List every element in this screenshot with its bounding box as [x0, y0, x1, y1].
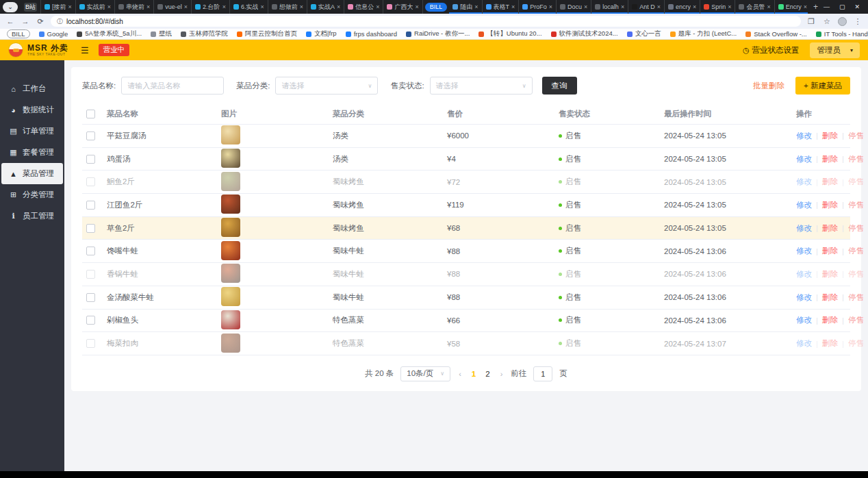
browser-tab[interactable]: 信息公 ×: [344, 0, 383, 14]
delete-link[interactable]: 删除: [822, 154, 838, 164]
row-checkbox[interactable]: [86, 270, 95, 279]
sidebar-item[interactable]: ▤ 订单管理: [0, 121, 64, 142]
tab-close-icon[interactable]: ×: [584, 3, 587, 10]
edit-link[interactable]: 修改: [796, 223, 812, 234]
browser-tab[interactable]: 实战前 ×: [76, 0, 115, 14]
stop-sale-link[interactable]: 停售: [848, 200, 864, 210]
sidebar-item[interactable]: ℹ 员工管理: [0, 205, 64, 227]
dish-name-input[interactable]: [121, 77, 224, 95]
browser-tab[interactable]: 想做前 ×: [268, 0, 307, 14]
bookmark-item[interactable]: IT Tools - Handy o...: [816, 30, 868, 38]
row-checkbox[interactable]: [86, 177, 95, 186]
bookmark-item[interactable]: Google: [39, 30, 68, 38]
dish-image[interactable]: [221, 264, 240, 283]
browser-tab[interactable]: Ant D ×: [628, 0, 665, 14]
delete-link[interactable]: 删除: [822, 315, 838, 325]
row-checkbox[interactable]: [86, 131, 95, 140]
browser-tab[interactable]: [接前 ×: [41, 0, 76, 14]
stop-sale-link[interactable]: 停售: [848, 338, 864, 349]
address-bar[interactable]: ⓘ localhost:80/#/dish: [51, 16, 801, 27]
delete-link[interactable]: 删除: [822, 177, 838, 187]
stop-sale-link[interactable]: 停售: [848, 177, 864, 187]
edit-link[interactable]: 修改: [796, 131, 812, 141]
stop-sale-link[interactable]: 停售: [848, 223, 864, 234]
admin-dropdown[interactable]: 管理员 ▾: [810, 42, 860, 58]
stop-sale-link[interactable]: 停售: [848, 292, 864, 303]
sidebar-item[interactable]: ▦ 套餐管理: [0, 142, 64, 163]
tab-close-icon[interactable]: ×: [657, 3, 661, 10]
bookmark-item[interactable]: Stack Overflow -...: [745, 30, 807, 38]
browser-tab[interactable]: localh ×: [591, 0, 628, 14]
tab-close-icon[interactable]: ×: [260, 3, 264, 10]
select-all-checkbox[interactable]: [86, 110, 95, 118]
bookmark-item[interactable]: 软件测试技术2024...: [551, 29, 618, 38]
browser-tab[interactable]: 会员管 ×: [735, 0, 774, 14]
browser-tab[interactable]: vue-el ×: [154, 0, 192, 14]
delete-link[interactable]: 删除: [822, 131, 838, 141]
bookmark-item[interactable]: BILL: [7, 29, 30, 38]
business-status-setting[interactable]: ◷ 营业状态设置: [743, 45, 800, 55]
install-app-icon[interactable]: ❐: [806, 17, 816, 26]
bookmark-item[interactable]: 【转】Ubuntu 20...: [478, 29, 541, 38]
tab-close-icon[interactable]: ×: [804, 3, 807, 10]
tab-close-icon[interactable]: ×: [337, 3, 340, 10]
sidebar-item[interactable]: ⊞ 分类管理: [0, 184, 64, 205]
dish-image[interactable]: [221, 172, 240, 191]
edit-link[interactable]: 修改: [796, 315, 812, 325]
browser-tab[interactable]: Docu ×: [557, 0, 591, 14]
row-checkbox[interactable]: [86, 339, 95, 348]
browser-tab[interactable]: 串烧前 ×: [115, 0, 154, 14]
profile-avatar[interactable]: [838, 17, 847, 26]
delete-link[interactable]: 删除: [822, 338, 838, 349]
bookmark-item[interactable]: RaiDrive - 教你一...: [406, 29, 470, 38]
delete-link[interactable]: 删除: [822, 200, 838, 210]
sidebar-collapse-icon[interactable]: ☰: [81, 45, 89, 55]
browser-tab[interactable]: Sprin ×: [700, 0, 735, 14]
edit-link[interactable]: 修改: [796, 292, 812, 303]
browser-tab[interactable]: ProFo ×: [519, 0, 557, 14]
new-tab-button[interactable]: +: [808, 2, 824, 12]
search-button[interactable]: 查询: [542, 77, 577, 95]
tab-close-icon[interactable]: ×: [68, 3, 72, 10]
stop-sale-link[interactable]: 停售: [848, 269, 864, 279]
tab-close-icon[interactable]: ×: [474, 3, 478, 10]
edit-link[interactable]: 修改: [796, 269, 812, 279]
browser-tab[interactable]: 实战A ×: [307, 0, 344, 14]
stop-sale-link[interactable]: 停售: [848, 246, 864, 256]
sidebar-item[interactable]: ▲ 菜品管理: [1, 163, 63, 184]
row-checkbox[interactable]: [86, 155, 95, 164]
delete-link[interactable]: 删除: [822, 223, 838, 234]
browser-tab[interactable]: 表格T ×: [483, 0, 520, 14]
sale-status-select[interactable]: 请选择 ∨: [430, 77, 533, 95]
row-checkbox[interactable]: [86, 201, 95, 210]
browser-tab[interactable]: encry ×: [665, 0, 700, 14]
edit-link[interactable]: 修改: [796, 200, 812, 210]
tab-close-icon[interactable]: ×: [146, 3, 150, 10]
dish-image[interactable]: [221, 125, 240, 144]
page-size-select[interactable]: 10条/页 ∨: [400, 366, 450, 381]
bookmark-star-icon[interactable]: ☆: [822, 17, 832, 26]
bookmark-item[interactable]: 5A登录系统_5a川...: [77, 29, 142, 38]
tab-close-icon[interactable]: ×: [222, 3, 226, 10]
browser-tab[interactable]: 随由 ×: [449, 0, 482, 14]
maximize-button[interactable]: ▢: [839, 3, 845, 10]
reload-icon[interactable]: ⟳: [36, 17, 45, 26]
minimize-button[interactable]: —: [824, 3, 830, 10]
dish-image[interactable]: [221, 194, 240, 214]
tab-close-icon[interactable]: ×: [415, 3, 418, 10]
goto-page-input[interactable]: [533, 366, 552, 381]
dish-image[interactable]: [221, 218, 240, 237]
dish-image[interactable]: [221, 334, 240, 353]
delete-link[interactable]: 删除: [822, 246, 838, 256]
site-info-icon[interactable]: ⓘ: [57, 17, 63, 26]
row-checkbox[interactable]: [86, 316, 95, 325]
bookmark-item[interactable]: 阿里云控制台首页: [237, 29, 297, 38]
forward-icon[interactable]: →: [21, 17, 30, 25]
bookmark-item[interactable]: 题库 - 力扣 (LeetC...: [670, 29, 737, 38]
edit-link[interactable]: 修改: [796, 154, 812, 164]
dish-image[interactable]: [221, 287, 240, 306]
tab-close-icon[interactable]: ×: [767, 3, 770, 10]
tab-close-icon[interactable]: ×: [549, 3, 552, 10]
row-checkbox[interactable]: [86, 224, 95, 233]
edit-link[interactable]: 修改: [796, 338, 812, 349]
